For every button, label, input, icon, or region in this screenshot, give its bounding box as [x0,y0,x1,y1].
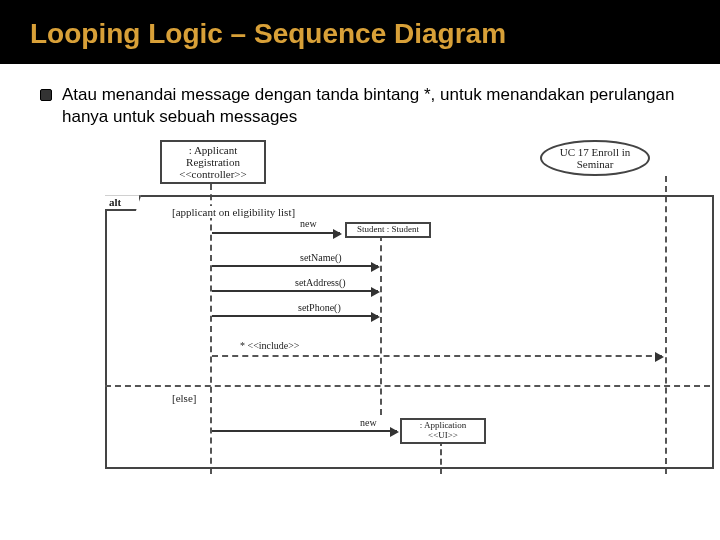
object-stereotype: <<controller>> [168,168,258,180]
object-applicant-registration: : Applicant Registration <<controller>> [160,140,266,184]
object-label: : Applicant Registration [168,144,258,168]
object-student: Student : Student [345,222,431,238]
alt-operator-label: alt [105,195,141,211]
slide-header: Looping Logic – Sequence Diagram [0,0,720,64]
actor-label: UC 17 Enroll in Seminar [550,146,640,170]
guard-condition-1: [applicant on eligibility list] [170,206,297,218]
content-area: Atau menandai message dengan tanda binta… [0,64,720,490]
sequence-diagram: : Applicant Registration <<controller>> … [100,140,660,480]
object-student-label: Student : Student [349,225,427,235]
message-label-setaddress: setAddress() [295,277,346,288]
bullet-text: Atau menandai message dengan tanda binta… [62,84,680,128]
bullet-icon [40,89,52,101]
message-label-setphone: setPhone() [298,302,341,313]
message-setphone [212,315,378,317]
message-label-setname: setName() [300,252,342,263]
slide-title: Looping Logic – Sequence Diagram [30,18,690,50]
alt-divider [105,385,710,387]
message-setname [212,265,378,267]
message-label-new2: new [360,417,377,428]
guard-condition-2: [else] [170,392,198,404]
message-new-application [212,430,397,432]
message-new-student [212,232,340,234]
message-label-include: * <<include>> [240,340,300,351]
object-application: : Application <<UI>> [400,418,486,444]
message-label-new1: new [300,218,317,229]
bullet-item: Atau menandai message dengan tanda binta… [40,84,680,128]
object-application-label: : Application <<UI>> [404,421,482,441]
message-setaddress [212,290,378,292]
message-include [212,355,662,357]
actor-uc17: UC 17 Enroll in Seminar [540,140,650,176]
